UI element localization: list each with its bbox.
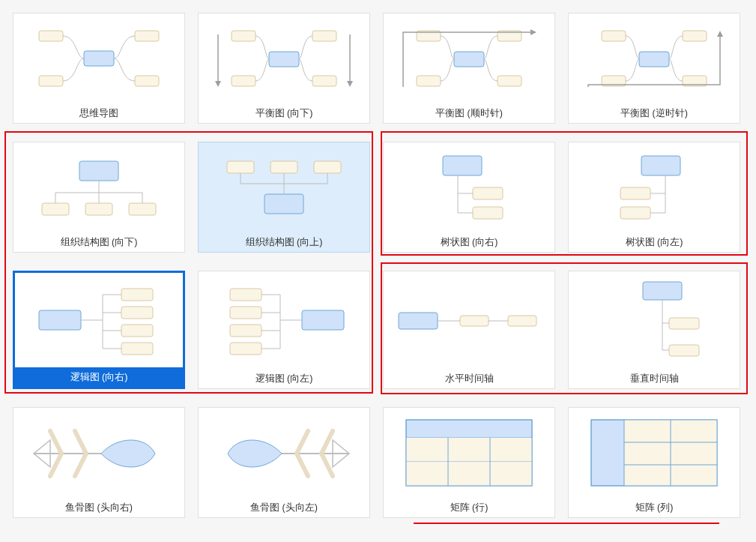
svg-rect-23 <box>683 31 707 41</box>
svg-rect-5 <box>269 52 299 67</box>
thumb-balanced-down <box>199 13 369 103</box>
svg-rect-30 <box>264 194 303 214</box>
svg-line-61 <box>75 431 86 454</box>
layout-tile-logic-right[interactable]: 逻辑图 (向右) <box>13 271 185 389</box>
svg-rect-38 <box>620 187 650 199</box>
caption: 鱼骨图 (头向左) <box>199 498 369 517</box>
layout-tile-org-down[interactable]: 组织结构图 (向下) <box>13 142 185 253</box>
svg-marker-25 <box>717 31 723 37</box>
thumb-logic-left <box>199 271 369 369</box>
svg-marker-19 <box>530 29 536 35</box>
caption: 垂直时间轴 <box>569 369 740 388</box>
thumb-balanced-ccw <box>569 13 740 103</box>
caption: 平衡图 (顺时针) <box>384 103 554 123</box>
caption: 鱼骨图 (头向右) <box>13 498 184 517</box>
layout-tile-timeline-h[interactable]: 水平时间轴 <box>383 271 555 389</box>
svg-rect-3 <box>135 31 159 41</box>
svg-rect-28 <box>85 203 112 215</box>
layout-tile-matrix-col[interactable]: 矩阵 (列) <box>568 407 740 518</box>
svg-rect-57 <box>669 345 699 356</box>
svg-rect-56 <box>669 318 699 329</box>
svg-rect-32 <box>270 161 297 173</box>
caption: 逻辑图 (向右) <box>15 367 183 387</box>
caption: 水平时间轴 <box>384 369 554 388</box>
layout-tile-fish-left[interactable]: 鱼骨图 (头向左) <box>198 407 370 518</box>
layout-tile-org-up[interactable]: 组织结构图 (向上) <box>198 142 370 253</box>
svg-line-62 <box>50 454 61 476</box>
svg-rect-34 <box>443 156 482 175</box>
caption: 平衡图 (逆时针) <box>569 103 740 123</box>
layout-tile-matrix-row[interactable]: 矩阵 (行) <box>383 407 555 518</box>
svg-rect-72 <box>406 438 532 462</box>
layout-tile-balanced-ccw[interactable]: 平衡图 (逆时针) <box>568 13 740 124</box>
layout-tile-balanced-cw[interactable]: 平衡图 (顺时针) <box>383 13 555 124</box>
svg-rect-42 <box>121 307 153 319</box>
caption: 组织结构图 (向下) <box>13 232 184 252</box>
caption: 矩阵 (列) <box>569 498 740 517</box>
caption: 思维导图 <box>13 103 184 123</box>
svg-rect-74 <box>406 462 532 486</box>
caption: 矩阵 (行) <box>384 498 554 517</box>
svg-line-69 <box>321 454 333 476</box>
thumb-matrix-col <box>569 408 740 498</box>
svg-rect-0 <box>84 51 114 66</box>
thumb-timeline-v <box>569 271 740 369</box>
thumb-tree-right <box>384 142 554 232</box>
layout-tile-tree-right[interactable]: 树状图 (向右) <box>383 142 555 253</box>
svg-line-60 <box>50 431 61 454</box>
svg-rect-31 <box>227 161 254 173</box>
caption: 树状图 (向右) <box>384 232 554 252</box>
svg-rect-1 <box>39 31 63 41</box>
svg-rect-41 <box>121 289 153 301</box>
svg-marker-11 <box>215 81 221 87</box>
svg-rect-43 <box>121 325 153 337</box>
svg-rect-49 <box>230 343 261 355</box>
svg-rect-50 <box>399 313 438 329</box>
svg-rect-16 <box>417 76 441 86</box>
svg-rect-40 <box>39 310 81 330</box>
svg-rect-48 <box>230 325 261 337</box>
thumb-org-up <box>199 142 369 232</box>
layout-tile-timeline-v[interactable]: 垂直时间轴 <box>568 271 740 389</box>
svg-rect-55 <box>643 282 682 300</box>
caption: 平衡图 (向下) <box>199 103 369 123</box>
svg-line-66 <box>297 431 308 454</box>
svg-rect-44 <box>121 343 153 355</box>
svg-rect-7 <box>232 76 255 86</box>
layout-tile-balanced-down[interactable]: 平衡图 (向下) <box>198 13 370 124</box>
svg-rect-6 <box>232 31 255 41</box>
caption: 逻辑图 (向左) <box>199 369 369 388</box>
svg-rect-47 <box>230 307 261 319</box>
thumb-fish-left <box>199 408 369 498</box>
svg-rect-8 <box>312 31 336 41</box>
svg-rect-18 <box>498 76 521 86</box>
svg-rect-39 <box>620 207 650 219</box>
svg-rect-26 <box>79 161 118 181</box>
caption: 树状图 (向左) <box>569 232 740 252</box>
layout-tile-fish-right[interactable]: 鱼骨图 (头向右) <box>13 407 185 518</box>
svg-rect-27 <box>42 203 69 215</box>
thumb-balanced-cw <box>384 13 554 103</box>
layout-tile-tree-left[interactable]: 树状图 (向左) <box>568 142 740 253</box>
thumb-org-down <box>13 142 184 232</box>
thumb-tree-left <box>569 142 740 232</box>
svg-rect-35 <box>473 187 503 199</box>
svg-rect-45 <box>302 310 344 330</box>
svg-rect-46 <box>230 289 261 301</box>
thumb-logic-right <box>15 273 183 367</box>
svg-rect-52 <box>508 316 536 326</box>
caption: 组织结构图 (向上) <box>199 232 369 252</box>
svg-line-68 <box>297 454 308 476</box>
svg-rect-9 <box>312 76 336 86</box>
svg-rect-21 <box>602 31 626 41</box>
svg-rect-33 <box>314 161 341 173</box>
svg-line-67 <box>321 431 333 454</box>
thumb-matrix-row <box>384 408 554 498</box>
layout-picker: 思维导图 平衡图 (向下) <box>0 0 756 542</box>
thumb-timeline-h <box>384 271 554 369</box>
svg-rect-37 <box>641 156 680 175</box>
svg-line-63 <box>75 454 86 476</box>
layout-tile-logic-left[interactable]: 逻辑图 (向左) <box>198 271 370 389</box>
svg-rect-51 <box>460 316 489 326</box>
layout-tile-mindmap[interactable]: 思维导图 <box>13 13 185 124</box>
